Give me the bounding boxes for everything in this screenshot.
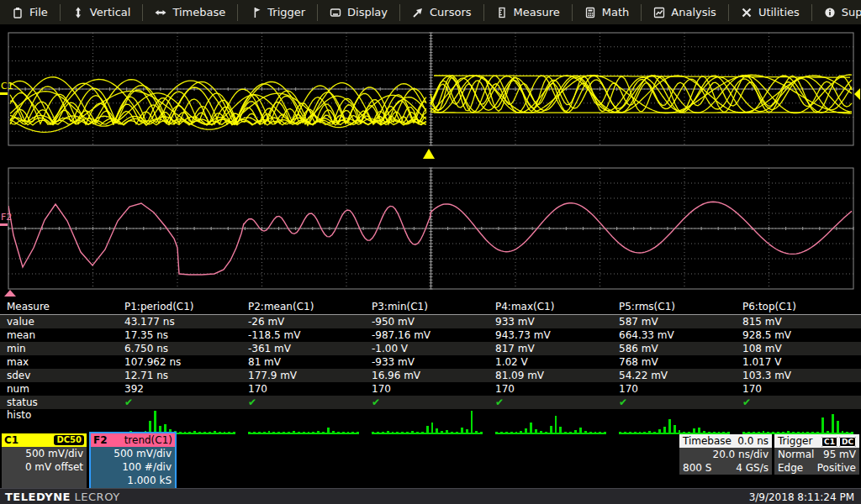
trace-f2-label: F2: [93, 433, 108, 447]
trigger-level: 95 mV: [823, 448, 856, 461]
menu-item-file[interactable]: File: [0, 4, 61, 21]
measure-row-min: min6.750 ns-361 mV-1.00 V817 mV586 mV108…: [0, 342, 861, 355]
oscilloscope-screen: FileVerticalTimebaseTriggerDisplayCursor…: [0, 0, 861, 504]
status-check-icon: ✔: [489, 396, 612, 409]
measure-row-mean: mean17.35 ns-118.5 mV-987.16 mV943.73 mV…: [0, 328, 861, 342]
menu-item-display[interactable]: Display: [318, 4, 400, 21]
row-label: histo: [0, 409, 118, 421]
measure-value: 933 mV: [489, 315, 612, 328]
measure-corner-label: Measure: [0, 300, 118, 314]
flag-icon: [250, 7, 261, 18]
f2-samples: 1.000 kS: [91, 474, 172, 487]
menu-item-math[interactable]: Math: [573, 4, 642, 21]
ruler-icon: [496, 7, 508, 18]
measure-value: 392: [118, 382, 241, 396]
measure-value: 108 mV: [736, 342, 859, 355]
measure-row-sdev: sdev12.71 ns177.9 mV16.96 mV81.09 mV54.2…: [0, 369, 861, 382]
timebase-samples: 800 S: [683, 461, 711, 475]
timebase-delay: 0.0 ns: [737, 434, 769, 448]
status-bar: TELEDYNE LECROY 3/9/2018 8:11:24 PM: [0, 488, 861, 504]
chart-icon: [653, 7, 665, 18]
measure-value: 107.962 ns: [118, 355, 241, 369]
measure-value: 16.96 mV: [365, 369, 489, 382]
measure-value: 587 mV: [612, 315, 736, 328]
measure-value: 1.02 V: [489, 355, 612, 369]
row-label: max: [0, 355, 118, 369]
channel-descriptor-c1[interactable]: C1 DC50 500 mV/div 0 mV offset: [2, 433, 87, 488]
status-check-icon: ✔: [612, 396, 736, 409]
arrows-horizontal-icon: [155, 7, 166, 18]
row-label: status: [0, 396, 118, 409]
measure-table-header: MeasureP1:period(C1)P2:mean(C1)P3:min(C1…: [0, 300, 861, 315]
row-label: value: [0, 315, 118, 328]
info-icon: [824, 7, 836, 18]
histogram-sparkline: [372, 409, 483, 434]
arrows-vertical-icon: [72, 7, 84, 18]
measure-value: 170: [736, 382, 859, 396]
c1-trace-label: C1: [1, 81, 13, 92]
menu-item-utilities[interactable]: Utilities: [729, 4, 812, 21]
timebase-panel[interactable]: Timebase 0.0 ns 20.0 ns/div 800 S 4 GS/s: [679, 434, 772, 475]
f2-zero-marker[interactable]: [0, 223, 8, 226]
datetime-display: 3/9/2018 8:11:24 PM: [749, 491, 861, 503]
measure-value: 928.5 mV: [736, 328, 859, 342]
trigger-type: Edge: [778, 461, 803, 475]
waveform-display-area[interactable]: C1F2: [0, 0, 861, 299]
tools-icon: [741, 7, 753, 18]
measure-row-histo: histo: [0, 409, 861, 433]
status-check-icon: ✔: [241, 396, 365, 409]
measure-value: -26 mV: [241, 315, 365, 328]
param-header-p2[interactable]: P2:mean(C1): [241, 300, 365, 314]
timebase-samplerate: 4 GS/s: [736, 461, 769, 475]
menu-item-cursors[interactable]: Cursors: [400, 4, 484, 21]
measure-value: 170: [365, 382, 489, 396]
menu-item-vertical[interactable]: Vertical: [61, 4, 144, 21]
param-header-p4[interactable]: P4:max(C1): [489, 300, 612, 314]
channel-c1-label: C1: [4, 433, 18, 447]
param-header-p6[interactable]: P6:top(C1): [736, 300, 859, 314]
measure-value: 177.9 mV: [241, 369, 365, 382]
measure-value: 54.22 mV: [612, 369, 736, 382]
menu-item-support[interactable]: Support: [812, 4, 861, 21]
measure-row-num: num392170170170170170: [0, 382, 861, 396]
status-check-icon: ✔: [365, 396, 489, 409]
measure-value: -118.5 mV: [241, 328, 365, 342]
measure-value: 6.750 ns: [118, 342, 241, 355]
measure-value: 170: [612, 382, 736, 396]
measure-value: 170: [489, 382, 612, 396]
param-header-p1[interactable]: P1:period(C1): [118, 300, 241, 314]
param-header-p5[interactable]: P5:rms(C1): [612, 300, 736, 314]
trigger-slope: Positive: [817, 461, 856, 475]
trace-f2-function: trend(C1): [124, 433, 172, 447]
menu-item-trigger[interactable]: Trigger: [238, 4, 318, 21]
coupling-badge-dc50: DC50: [54, 435, 84, 445]
menu-item-measure[interactable]: Measure: [484, 4, 573, 21]
measure-value: 768 mV: [612, 355, 736, 369]
measure-value: -987.16 mV: [365, 328, 489, 342]
measure-row-value: value43.177 ns-26 mV-950 mV933 mV587 mV8…: [0, 315, 861, 328]
histogram-sparkline: [248, 409, 359, 434]
measure-table: MeasureP1:period(C1)P2:mean(C1)P3:min(C1…: [0, 300, 861, 433]
row-label: min: [0, 342, 118, 355]
measure-value: -1.00 V: [365, 342, 489, 355]
row-label: mean: [0, 328, 118, 342]
row-label: num: [0, 382, 118, 396]
menu-bar: FileVerticalTimebaseTriggerDisplayCursor…: [0, 0, 861, 24]
measure-value: -933 mV: [365, 355, 489, 369]
trace-descriptor-f2[interactable]: F2 trend(C1) 500 mV/div 100 #/div 1.000 …: [89, 432, 177, 492]
measure-row-status: status✔✔✔✔✔✔: [0, 396, 861, 409]
histogram-sparkline: [124, 409, 235, 434]
f2-trace-label: F2: [1, 212, 12, 223]
param-header-p3[interactable]: P3:min(C1): [365, 300, 489, 314]
trigger-title: Trigger: [778, 434, 812, 448]
menu-item-analysis[interactable]: Analysis: [642, 4, 729, 21]
cursor-arrow-icon: [412, 7, 424, 18]
trigger-panel[interactable]: Trigger C1DC Normal 95 mV Edge Positive: [774, 434, 859, 475]
trigger-badge-c1: C1: [821, 437, 837, 447]
measure-value: 817 mV: [489, 342, 612, 355]
trigger-mode: Normal: [778, 448, 814, 461]
menu-item-timebase[interactable]: Timebase: [143, 4, 238, 21]
c1-zero-marker[interactable]: [0, 92, 8, 95]
clipboard-icon: [12, 7, 24, 18]
teledyne-lecroy-logo: TELEDYNE LECROY: [0, 491, 120, 503]
